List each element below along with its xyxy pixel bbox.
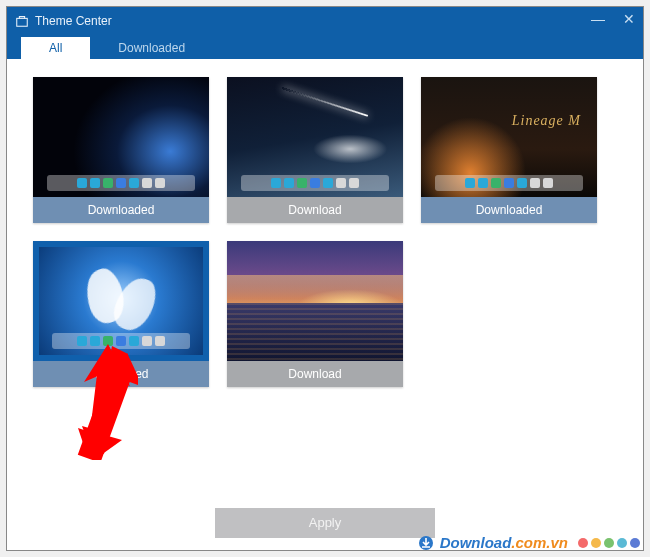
theme-thumbnail	[33, 77, 209, 197]
theme-card[interactable]: Download	[227, 77, 403, 223]
theme-card[interactable]: Applied	[33, 241, 209, 387]
theme-status-downloaded: Downloaded	[33, 197, 209, 223]
theme-status-applied: Applied	[33, 361, 209, 387]
minimize-button[interactable]: —	[591, 11, 605, 27]
status-label: Download	[288, 367, 341, 381]
theme-status-downloaded: Downloaded	[421, 197, 597, 223]
close-button[interactable]: ✕	[623, 11, 635, 27]
theme-card[interactable]: Download	[227, 241, 403, 387]
tab-downloaded[interactable]: Downloaded	[90, 37, 213, 59]
status-label: Applied	[108, 367, 148, 381]
dock-icons	[52, 333, 190, 349]
theme-thumbnail	[227, 77, 403, 197]
status-label: Download	[288, 203, 341, 217]
theme-status-download: Download	[227, 361, 403, 387]
apply-button[interactable]: Apply	[215, 508, 435, 538]
dock-icons	[435, 175, 583, 191]
theme-card[interactable]: Downloaded	[421, 77, 597, 223]
theme-grid: Downloaded Download Downloaded	[7, 59, 643, 499]
theme-center-window: Theme Center — ✕ All Downloaded Download…	[6, 6, 644, 551]
svg-rect-0	[17, 18, 28, 26]
theme-card[interactable]: Downloaded	[33, 77, 209, 223]
theme-thumbnail	[33, 241, 209, 361]
app-icon	[15, 14, 29, 28]
dock-icons	[241, 339, 389, 355]
status-label: Downloaded	[476, 203, 543, 217]
theme-thumbnail	[421, 77, 597, 197]
theme-status-download: Download	[227, 197, 403, 223]
window-title: Theme Center	[35, 14, 112, 28]
check-icon	[93, 369, 104, 380]
dock-icons	[241, 175, 389, 191]
titlebar: Theme Center — ✕ All Downloaded	[7, 7, 643, 59]
tabs: All Downloaded	[7, 35, 643, 59]
dock-icons	[47, 175, 195, 191]
tab-all[interactable]: All	[21, 37, 90, 59]
status-label: Downloaded	[88, 203, 155, 217]
theme-thumbnail	[227, 241, 403, 361]
window-controls: — ✕	[591, 11, 635, 27]
